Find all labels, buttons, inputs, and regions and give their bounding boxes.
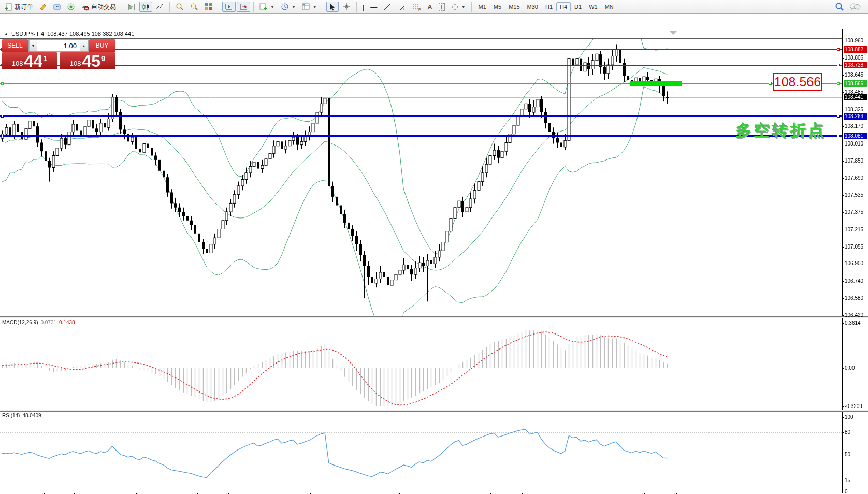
axis-tick <box>842 406 844 407</box>
toolbar-separator <box>471 2 472 12</box>
vertical-line-tool-button[interactable]: | <box>360 2 367 12</box>
macd-axis-label: 0.3614 <box>845 320 861 326</box>
dropdown-caret-icon: ▼ <box>270 5 274 9</box>
axis-tick <box>842 126 844 127</box>
price-callout-box[interactable]: 108.566 <box>773 73 822 91</box>
zoom-out-button[interactable] <box>187 2 201 12</box>
zoom-in-button[interactable] <box>173 2 186 12</box>
buy-price-quote[interactable]: 108459 <box>60 52 115 69</box>
timeframe-d1[interactable]: D1 <box>571 2 585 11</box>
line-end-marker[interactable] <box>1 135 4 137</box>
bar-chart-button[interactable] <box>125 2 138 12</box>
horizontal-line-tool-button[interactable]: — <box>368 2 380 12</box>
price-axis-label: 108.170 <box>845 123 863 129</box>
timeframe-h1[interactable]: H1 <box>542 2 556 11</box>
candlestick-chart-button[interactable] <box>139 2 152 12</box>
macd-pane-separator[interactable] <box>0 316 868 318</box>
chart-shift-marker-icon[interactable] <box>669 31 677 35</box>
collapse-panel-arrow-icon[interactable]: ▲ <box>4 32 8 36</box>
indicators-button[interactable]: ▼ <box>257 2 277 12</box>
timeframe-h4[interactable]: H4 <box>556 2 571 11</box>
axis-tick <box>842 92 844 93</box>
sell-price-quote[interactable]: 108441 <box>2 52 57 69</box>
volume-up-button[interactable]: ▲ <box>80 40 88 51</box>
toolbar-separator <box>356 2 357 12</box>
timeframe-m1[interactable]: M1 <box>475 2 490 11</box>
text-tool-button[interactable]: A <box>425 2 435 12</box>
timeframe-m15[interactable]: M15 <box>505 2 523 11</box>
line-end-marker[interactable] <box>837 115 840 118</box>
chart-shift-button[interactable] <box>237 2 250 12</box>
axis-tick <box>842 481 844 481</box>
profiles-button[interactable] <box>51 2 64 12</box>
horizontal-line-108.738[interactable] <box>0 65 842 66</box>
line-end-marker[interactable] <box>837 82 840 85</box>
fibonacci-icon: F <box>412 3 421 11</box>
bar-chart-icon <box>128 3 136 11</box>
axis-tick <box>842 368 844 369</box>
periods-button[interactable]: ▼ <box>278 2 298 12</box>
trendline-icon <box>383 3 391 11</box>
volume-down-button[interactable]: ▼ <box>29 40 37 51</box>
styles-button[interactable] <box>37 2 50 12</box>
horizontal-line-108.566[interactable] <box>0 83 842 84</box>
horizontal-line-108.081[interactable] <box>0 135 842 137</box>
symbol-ohlc-values: 108.437 108.495 108.382 108.441 <box>47 31 134 37</box>
channel-tool-button[interactable]: E <box>395 2 409 12</box>
trendline-tool-button[interactable] <box>381 2 394 12</box>
candlestick-chart-icon <box>142 3 150 11</box>
timeframe-m5[interactable]: M5 <box>490 2 505 11</box>
line-end-marker[interactable] <box>837 48 840 51</box>
line-end-marker[interactable] <box>837 64 840 66</box>
sell-button[interactable]: SELL <box>2 39 28 52</box>
rsi-pane-separator[interactable] <box>0 410 868 412</box>
auto-trading-button[interactable]: 自动交易 <box>79 2 119 12</box>
price-axis-label: 108.645 <box>845 72 863 78</box>
line-end-marker[interactable] <box>837 135 840 137</box>
buy-button[interactable]: BUY <box>89 39 115 52</box>
timeframe-group: M1M5M15M30H1H4D1W1MN <box>475 2 617 11</box>
label-tool-button[interactable]: T <box>436 2 447 12</box>
toolbar-separator <box>323 2 323 12</box>
price-tag-108.738: 108.738 <box>844 62 867 68</box>
fibonacci-tool-button[interactable]: F <box>410 2 424 12</box>
line-chart-icon <box>156 3 164 11</box>
line-end-marker[interactable] <box>1 82 4 85</box>
horizontal-line-108.263[interactable] <box>0 115 842 117</box>
crosshair-tool-button[interactable] <box>340 2 353 12</box>
signals-button[interactable] <box>65 2 78 12</box>
macd-axis-label: -0.3209 <box>845 403 862 409</box>
price-axis-label: 107.690 <box>845 175 863 181</box>
auto-scroll-button[interactable] <box>222 2 236 12</box>
timeframe-w1[interactable]: W1 <box>585 2 601 11</box>
timeframe-m30[interactable]: M30 <box>524 2 542 11</box>
toolbar-separator <box>122 2 122 12</box>
axis-tick <box>842 432 844 433</box>
axis-tick <box>842 41 844 41</box>
rsi-title: RSI(14) <box>2 413 20 418</box>
price-axis-label: 108.960 <box>845 38 863 43</box>
arrows-tool-button[interactable]: ▼ <box>449 2 468 12</box>
templates-button[interactable]: ▼ <box>299 2 320 12</box>
buy-price-big: 45 <box>82 53 100 69</box>
profiles-icon <box>53 3 61 11</box>
price-axis-label: 107.215 <box>845 227 863 233</box>
axis-tick <box>842 455 844 455</box>
line-chart-button[interactable] <box>153 2 166 12</box>
chart-canvas[interactable] <box>0 14 868 494</box>
tile-windows-button[interactable] <box>202 2 215 12</box>
price-axis-label: 107.535 <box>845 192 863 198</box>
new-order-button[interactable]: 新订单 <box>2 2 36 12</box>
line-end-marker[interactable] <box>1 115 4 118</box>
highlight-bar-object[interactable] <box>630 81 682 86</box>
annotation-text[interactable]: 多空转折点 <box>735 120 826 141</box>
clock-icon <box>281 3 289 11</box>
search-icon[interactable] <box>835 2 844 11</box>
cursor-tool-button[interactable] <box>326 2 339 12</box>
indicators-icon <box>259 3 268 11</box>
axis-tick <box>842 492 844 492</box>
chat-icon[interactable] <box>849 2 861 11</box>
volume-input[interactable] <box>37 40 80 51</box>
horizontal-line-108.882[interactable] <box>0 49 842 50</box>
timeframe-mn[interactable]: MN <box>601 2 617 11</box>
